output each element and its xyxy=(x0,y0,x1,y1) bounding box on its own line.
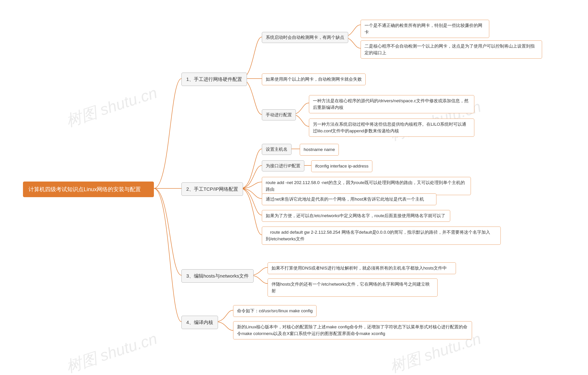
leaf-networks-file[interactable]: 伴随hosts文件的还有一个/etc/networks文件，它在网络的名字和网络… xyxy=(268,279,438,297)
root-node[interactable]: 计算机四级考试知识点Linux网络的安装与配置 xyxy=(23,182,154,197)
leaf-s1a2[interactable]: 二是核心程序不会自动检测一个以上的网卡，这点是为了使用户可以控制将山上设置到指定… xyxy=(361,41,542,59)
s1-sub-detect[interactable]: 系统启动时会自动检测网卡，有两个缺点 xyxy=(262,32,348,43)
watermark: 树图 shutu.cn xyxy=(63,83,160,132)
section-1[interactable]: 1、手工进行网络硬件配置 xyxy=(181,73,247,86)
leaf-s1b[interactable]: 如果使用两个以上的网卡，自动检测网卡就会失败 xyxy=(262,74,366,85)
leaf-ifconfig[interactable]: ifconfig interface ip-address xyxy=(311,161,372,172)
leaf-s1c1[interactable]: 一种方法是在核心程序的源代码的/drivers/net/space.c文件中修改… xyxy=(309,95,474,113)
leaf-route-default[interactable]: route add default gw 2-2.112.58.254 网络名字… xyxy=(262,226,501,245)
s2-hostname[interactable]: 设置主机名 xyxy=(262,144,292,155)
leaf-hostname[interactable]: hostname name xyxy=(300,144,339,156)
section-3[interactable]: 3、编辑hosts与networks文件 xyxy=(181,269,253,283)
leaf-make-colormenu[interactable]: 新的Linux核心版本中，对核心的配置除了上述make config命令外，还增… xyxy=(233,321,472,339)
leaf-etc-networks[interactable]: 如果为了方便，还可以在/etc/networks中定义网络名字，route后面直… xyxy=(262,210,450,222)
s2-ifconfig[interactable]: 为接口进行IP配置 xyxy=(262,161,304,171)
leaf-net-host[interactable]: 通过net来告诉它此地址是代表的一个网络，用host来告诉它此地址是代表一个主机 xyxy=(262,193,436,205)
section-4[interactable]: 4、编译内核 xyxy=(181,316,218,329)
watermark: 树图 shutu.cn xyxy=(63,328,160,375)
leaf-make-config[interactable]: 命令如下：cd/usr/src/linux make config xyxy=(233,305,316,317)
section-2[interactable]: 2、手工TCP/IP网络配置 xyxy=(181,182,243,196)
leaf-route-net[interactable]: route add -net 202.112.58.0 -net的含义，因为ro… xyxy=(262,177,471,195)
s1-sub-manual[interactable]: 手动进行配置 xyxy=(262,109,296,120)
leaf-hosts[interactable]: 如果不打算使用DNS或者NIS进行地址解析时，就必须将所有的主机名字都放入hos… xyxy=(268,262,456,274)
leaf-s1c2[interactable]: 另一种方法在系统启动过程中将这些信息提供给内核程序。在LILO系统时可以通过li… xyxy=(309,118,474,137)
leaf-s1a1[interactable]: 一个是不通正确的检查所有的网卡，特别是一些比较廉价的网卡 xyxy=(361,20,489,38)
